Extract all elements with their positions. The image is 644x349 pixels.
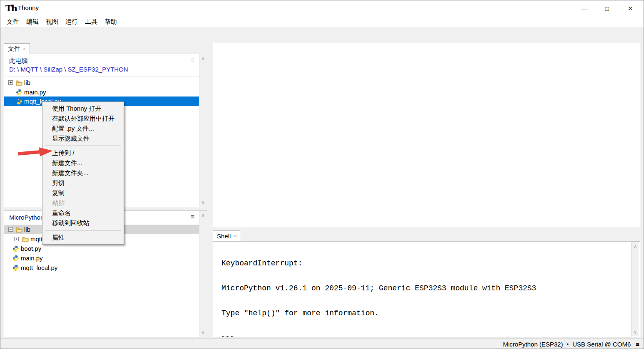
scroll-down-icon[interactable]: ∨: [632, 329, 639, 335]
window-title: Thonny: [18, 4, 39, 11]
shell-output: KeyboardInterrupt: MicroPython v1.26.1 o…: [213, 242, 631, 337]
scroll-up-icon[interactable]: ∧: [199, 213, 207, 218]
files-panel-scrollbar[interactable]: ∧ ∨: [199, 54, 207, 207]
toolbar: STOP: [0, 27, 644, 41]
thonny-window: { "window": { "title": "Thonny", "logo":…: [0, 0, 644, 349]
menu-separator: [45, 230, 121, 230]
shell-line: >>>: [221, 334, 631, 337]
status-bar: MicroPython (ESP32) • USB Serial @ COM6 …: [0, 338, 644, 349]
menu-tools[interactable]: 工具: [84, 17, 98, 27]
thonny-logo-icon: Th: [5, 3, 17, 13]
menu-item-properties[interactable]: 属性: [42, 233, 124, 243]
expand-icon[interactable]: +: [14, 237, 19, 241]
device-item-main-py[interactable]: main.py: [4, 253, 200, 263]
scroll-up-icon[interactable]: ∧: [632, 244, 639, 249]
python-file-icon: [12, 265, 19, 271]
menu-run[interactable]: 运行: [65, 17, 79, 27]
folder-icon: [22, 236, 29, 242]
menu-item-copy[interactable]: 复制: [42, 188, 124, 198]
menu-bar: 文件 编辑 视图 运行 工具 帮助: [0, 16, 644, 27]
device-item-boot-py[interactable]: boot.py: [4, 244, 200, 253]
shell-scrollbar[interactable]: ∧ ∨: [631, 242, 639, 337]
device-panel-scrollbar[interactable]: ∧ ∨: [199, 211, 207, 337]
shell-line: KeyboardInterrupt:: [221, 259, 631, 267]
breadcrumb-path[interactable]: D: \ MQTT \ SiliZap \ SZ_ESP32_PYTHON: [9, 66, 128, 73]
shell-panel[interactable]: KeyboardInterrupt: MicroPython v1.26.1 o…: [213, 241, 640, 337]
files-panel-menu-icon[interactable]: ≡: [191, 57, 194, 62]
tree-item-lib[interactable]: + lib: [4, 78, 200, 87]
header-divider: [4, 77, 200, 77]
python-file-icon: [16, 89, 22, 96]
menu-help[interactable]: 帮助: [104, 17, 118, 27]
python-file-icon: [16, 98, 22, 105]
this-computer-link[interactable]: 此电脑: [9, 57, 28, 65]
menu-item-upload-to-root[interactable]: 上传到 /: [42, 148, 124, 158]
file-context-menu: 使用 Thonny 打开 在默认外部应用中打开 配置 .py 文件... 显示隐…: [42, 101, 124, 245]
tree-item-main-py[interactable]: main.py: [4, 87, 200, 97]
shell-tab-label: Shell: [217, 233, 231, 240]
scroll-up-icon[interactable]: ∧: [199, 56, 207, 61]
files-tab[interactable]: 文件 ×: [4, 43, 30, 54]
minimize-button[interactable]: —: [575, 0, 594, 16]
menu-item-paste: 粘贴: [42, 198, 124, 208]
maximize-button[interactable]: □: [597, 0, 617, 16]
menu-separator: [45, 146, 121, 146]
folder-icon: [16, 227, 22, 233]
menu-item-move-to-recycle[interactable]: 移动到回收站: [42, 218, 124, 228]
minimize-icon: —: [581, 4, 588, 13]
shell-tab[interactable]: Shell ×: [213, 230, 240, 241]
menu-view[interactable]: 视图: [45, 17, 59, 27]
menu-item-rename[interactable]: 重命名: [42, 208, 124, 218]
maximize-icon: □: [605, 5, 609, 12]
close-icon: ×: [628, 4, 633, 13]
menu-item-new-file[interactable]: 新建文件...: [42, 158, 124, 168]
scroll-down-icon[interactable]: ∨: [199, 200, 207, 205]
shell-tab-close-icon[interactable]: ×: [233, 233, 236, 239]
device-item-mqtt-local-py[interactable]: mqtt_local.py: [4, 263, 200, 272]
tree-item-label: lib: [24, 79, 30, 86]
files-tab-close-icon[interactable]: ×: [23, 46, 26, 52]
editor-area[interactable]: [213, 43, 640, 227]
arrow-right-icon: [17, 144, 54, 160]
port-status[interactable]: USB Serial @ COM6: [572, 341, 631, 348]
files-tab-label: 文件: [8, 45, 20, 53]
scroll-down-icon[interactable]: ∨: [199, 330, 207, 335]
backend-menu-icon[interactable]: ≡: [636, 341, 639, 348]
menu-item-open-external[interactable]: 在默认外部应用中打开: [42, 114, 124, 124]
tree-item-label: mqtt: [30, 235, 42, 243]
python-file-icon: [12, 255, 19, 262]
tree-item-label: mqtt_local.py: [21, 264, 57, 271]
menu-item-cut[interactable]: 剪切: [42, 178, 124, 188]
expand-icon[interactable]: +: [8, 80, 13, 85]
python-file-icon: [12, 245, 19, 252]
menu-edit[interactable]: 编辑: [25, 17, 40, 27]
menu-item-open-with-thonny[interactable]: 使用 Thonny 打开: [42, 104, 124, 114]
menu-item-show-hidden[interactable]: 显示隐藏文件: [42, 134, 124, 144]
close-button[interactable]: ×: [621, 0, 640, 16]
tree-item-label: lib: [24, 226, 30, 233]
shell-line: MicroPython v1.26.1 on 2025-09-11; Gener…: [221, 284, 631, 292]
bullet-separator: •: [567, 341, 569, 347]
tree-item-label: main.py: [21, 255, 43, 262]
device-panel-menu-icon[interactable]: ≡: [191, 214, 194, 219]
folder-icon: [16, 80, 22, 86]
menu-file[interactable]: 文件: [6, 17, 20, 27]
tree-item-label: main.py: [24, 89, 46, 96]
tree-item-label: boot.py: [21, 245, 41, 252]
menu-item-configure-py[interactable]: 配置 .py 文件...: [42, 124, 124, 134]
menu-item-new-folder[interactable]: 新建文件夹...: [42, 168, 124, 178]
collapse-icon[interactable]: −: [8, 227, 13, 232]
title-bar: Th Thonny — □ ×: [0, 0, 644, 16]
shell-line: Type "help()" for more information.: [221, 309, 631, 317]
interpreter-status[interactable]: MicroPython (ESP32): [503, 341, 563, 348]
